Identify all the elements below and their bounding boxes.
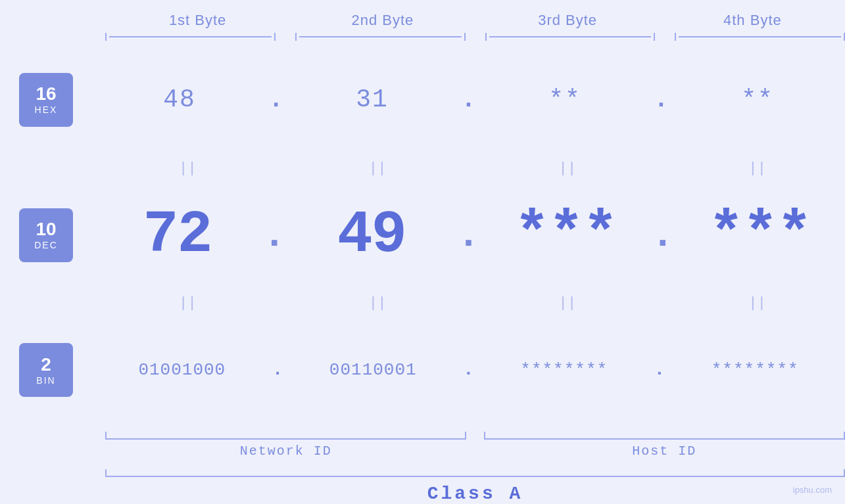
eq2-b4: || (675, 294, 845, 311)
hex-badge: 16 HEX (19, 73, 73, 127)
network-id-label: Network ID (105, 444, 466, 459)
eq2-b3: || (485, 294, 656, 311)
eq2-b2: || (295, 294, 466, 311)
dec-badge: 10 DEC (19, 208, 73, 262)
dot-bin-1: . (272, 361, 283, 379)
dot-hex-2: . (461, 85, 476, 114)
hex-badge-label: HEX (35, 104, 58, 115)
dot-hex-1: . (268, 85, 283, 114)
bin-row: 2 BIN 01001000 . 00110001 . ******** . *… (0, 311, 845, 429)
eq2-b1: || (105, 294, 276, 311)
hex-b4: ** (670, 85, 845, 114)
host-bracket-container (484, 430, 845, 440)
bracket-3 (485, 33, 656, 41)
class-label-row: Class A (0, 484, 845, 504)
dec-bytes: 72 . 49 . *** . *** (92, 202, 845, 269)
dot-bin-3: . (654, 361, 665, 379)
hex-b3: ** (477, 85, 652, 114)
bin-badge-num: 2 (41, 355, 51, 375)
hex-badge-cell: 16 HEX (0, 73, 92, 127)
eq1-b2: || (295, 159, 466, 176)
bin-badge-cell: 2 BIN (0, 343, 92, 397)
dec-b4: *** (675, 202, 845, 269)
dec-badge-num: 10 (36, 219, 56, 240)
dec-b3: *** (481, 202, 651, 269)
network-host-bracket-row (0, 430, 845, 440)
hex-bytes: 48 . 31 . ** . ** (92, 85, 845, 114)
byte3-header: 3rd Byte (475, 12, 660, 29)
network-host-labels-row: Network ID Host ID (0, 444, 845, 459)
bin-b2: 00110001 (283, 360, 463, 380)
dec-b1: 72 (92, 202, 262, 269)
hex-badge-num: 16 (36, 84, 56, 104)
class-bracket-row (0, 469, 845, 477)
dec-row: 10 DEC 72 . 49 . *** . *** (0, 176, 845, 294)
hex-row: 16 HEX 48 . 31 . ** . ** (0, 41, 845, 159)
network-bracket-container (105, 430, 466, 440)
dot-dec-3: . (651, 216, 675, 255)
eq1-b3: || (485, 159, 656, 176)
dec-badge-cell: 10 DEC (0, 208, 92, 262)
bin-bytes: 01001000 . 00110001 . ******** . *******… (92, 360, 845, 380)
byte1-header: 1st Byte (105, 12, 290, 29)
dot-dec-2: . (456, 216, 480, 255)
byte4-header: 4th Byte (660, 12, 845, 29)
main-container: 1st Byte 2nd Byte 3rd Byte 4th Byte (0, 0, 845, 504)
equals-row-1: || || || || (0, 159, 845, 176)
byte-headers-row: 1st Byte 2nd Byte 3rd Byte 4th Byte (0, 12, 845, 29)
bin-b3: ******** (474, 360, 654, 380)
hex-b2: 31 (285, 85, 460, 114)
dot-bin-2: . (463, 361, 474, 379)
bin-badge-label: BIN (36, 375, 55, 386)
bin-b4: ******** (665, 360, 845, 380)
watermark: ipshu.com (793, 485, 832, 495)
class-label: Class A (427, 484, 523, 504)
bin-b1: 01001000 (92, 360, 272, 380)
bracket-2 (295, 33, 466, 41)
byte2-header: 2nd Byte (290, 12, 475, 29)
hex-b1: 48 (92, 85, 267, 114)
dot-dec-1: . (262, 216, 286, 255)
equals-row-2: || || || || (0, 294, 845, 311)
dec-b2: 49 (286, 202, 456, 269)
top-bracket-row (0, 33, 845, 41)
bin-badge: 2 BIN (19, 343, 73, 397)
host-id-label: Host ID (484, 444, 845, 459)
eq1-b4: || (675, 159, 845, 176)
dec-badge-label: DEC (34, 240, 58, 250)
bracket-1 (105, 33, 276, 41)
bracket-4 (675, 33, 845, 41)
dot-hex-3: . (654, 85, 669, 114)
eq1-b1: || (105, 159, 276, 176)
